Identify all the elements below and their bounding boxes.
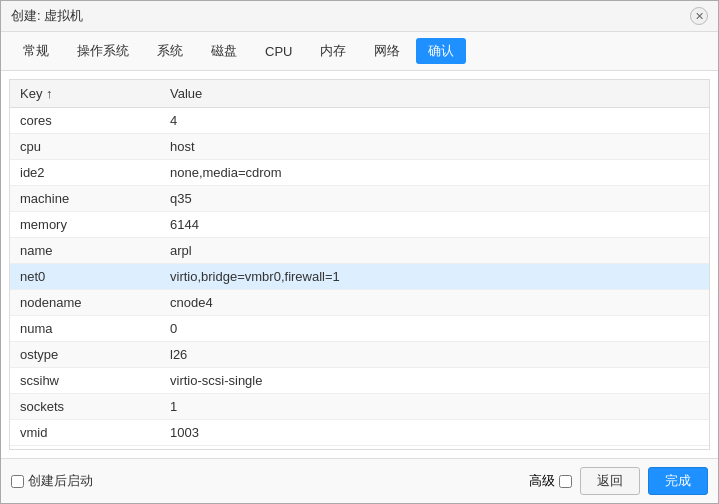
nav-bar: 常规操作系统系统磁盘CPU内存网络确认 — [1, 32, 718, 71]
finish-button[interactable]: 完成 — [648, 467, 708, 495]
table-row[interactable]: memory6144 — [10, 212, 709, 238]
cell-value: virtio-scsi-single — [160, 368, 709, 394]
cell-value: host — [160, 134, 709, 160]
cell-key: vmid — [10, 420, 160, 446]
advanced-checkbox[interactable] — [559, 475, 572, 488]
cell-value: l26 — [160, 342, 709, 368]
cell-value: 1 — [160, 394, 709, 420]
cell-key: scsihw — [10, 368, 160, 394]
config-table: Key ↑ Value cores4cpuhostide2none,media=… — [10, 80, 709, 446]
cell-key: ostype — [10, 342, 160, 368]
cell-key: nodename — [10, 290, 160, 316]
table-row[interactable]: ostypel26 — [10, 342, 709, 368]
footer-left: 创建后启动 — [11, 472, 93, 490]
cell-value: 4 — [160, 108, 709, 134]
cell-value: virtio,bridge=vmbr0,firewall=1 — [160, 264, 709, 290]
back-button[interactable]: 返回 — [580, 467, 640, 495]
table-scroll[interactable]: Key ↑ Value cores4cpuhostide2none,media=… — [10, 80, 709, 449]
cell-key: name — [10, 238, 160, 264]
title-bar: 创建: 虚拟机 ✕ — [1, 1, 718, 32]
cell-value: cnode4 — [160, 290, 709, 316]
cell-value: 6144 — [160, 212, 709, 238]
cell-key: ide2 — [10, 160, 160, 186]
table-row[interactable]: cores4 — [10, 108, 709, 134]
window-title: 创建: 虚拟机 — [11, 7, 83, 25]
autostart-checkbox[interactable] — [11, 475, 24, 488]
table-row[interactable]: nodenamecnode4 — [10, 290, 709, 316]
table-row[interactable]: numa0 — [10, 316, 709, 342]
cell-value: q35 — [160, 186, 709, 212]
table-row[interactable]: scsihwvirtio-scsi-single — [10, 368, 709, 394]
content-area: Key ↑ Value cores4cpuhostide2none,media=… — [1, 71, 718, 458]
advanced-label: 高级 — [529, 472, 555, 490]
cell-value: arpl — [160, 238, 709, 264]
cell-key: sockets — [10, 394, 160, 420]
nav-item-内存[interactable]: 内存 — [308, 38, 358, 64]
table-row[interactable]: machineq35 — [10, 186, 709, 212]
table-row[interactable]: vmid1003 — [10, 420, 709, 446]
table-container: Key ↑ Value cores4cpuhostide2none,media=… — [9, 79, 710, 450]
autostart-label: 创建后启动 — [28, 472, 93, 490]
cell-key: memory — [10, 212, 160, 238]
table-row[interactable]: sockets1 — [10, 394, 709, 420]
table-row[interactable]: cpuhost — [10, 134, 709, 160]
autostart-checkbox-label[interactable]: 创建后启动 — [11, 472, 93, 490]
cell-key: cores — [10, 108, 160, 134]
cell-key: numa — [10, 316, 160, 342]
cell-value: 0 — [160, 316, 709, 342]
nav-item-确认[interactable]: 确认 — [416, 38, 466, 64]
cell-key: machine — [10, 186, 160, 212]
cell-value: 1003 — [160, 420, 709, 446]
nav-item-系统[interactable]: 系统 — [145, 38, 195, 64]
footer: 创建后启动 高级 返回 完成 — [1, 458, 718, 503]
nav-item-磁盘[interactable]: 磁盘 — [199, 38, 249, 64]
cell-value: none,media=cdrom — [160, 160, 709, 186]
col-header-value: Value — [160, 80, 709, 108]
footer-right: 高级 返回 完成 — [529, 467, 708, 495]
table-row[interactable]: ide2none,media=cdrom — [10, 160, 709, 186]
col-header-key: Key ↑ — [10, 80, 160, 108]
table-row[interactable]: net0virtio,bridge=vmbr0,firewall=1 — [10, 264, 709, 290]
advanced-section: 高级 — [529, 472, 572, 490]
nav-item-网络[interactable]: 网络 — [362, 38, 412, 64]
cell-key: net0 — [10, 264, 160, 290]
main-window: 创建: 虚拟机 ✕ 常规操作系统系统磁盘CPU内存网络确认 Key ↑ Valu… — [0, 0, 719, 504]
close-button[interactable]: ✕ — [690, 7, 708, 25]
nav-item-常规[interactable]: 常规 — [11, 38, 61, 64]
table-row[interactable]: namearpl — [10, 238, 709, 264]
cell-key: cpu — [10, 134, 160, 160]
nav-item-操作系统[interactable]: 操作系统 — [65, 38, 141, 64]
nav-item-CPU[interactable]: CPU — [253, 40, 304, 63]
